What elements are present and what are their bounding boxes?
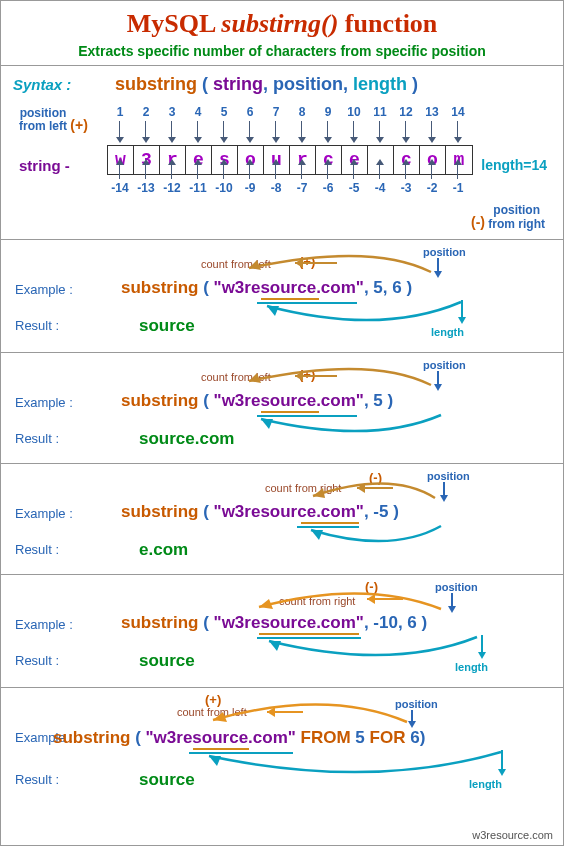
result-label: Result : [15, 431, 59, 446]
bottom-index: -11 [185, 181, 211, 195]
syntax-expression: substring ( string, position, length ) [115, 74, 418, 94]
top-index: 5 [211, 105, 237, 119]
example-label: Example : [15, 617, 73, 632]
underline-blue [257, 415, 357, 417]
svg-marker-23 [367, 594, 375, 604]
example-expression: substring ( "w3resource.com", -5 ) [121, 502, 399, 522]
arrow-down-icon [445, 591, 459, 615]
arrow-down-icon [455, 298, 469, 326]
position-label: position [423, 246, 466, 258]
result-value: source [139, 770, 195, 790]
position-label: position [427, 470, 470, 482]
svg-marker-5 [434, 271, 442, 278]
bottom-index: -6 [315, 181, 341, 195]
top-index: 12 [393, 105, 419, 119]
syntax-section: Syntax : substring ( string, position, l… [1, 66, 563, 239]
count-right-label: count from right [265, 482, 341, 494]
svg-marker-20 [259, 599, 273, 609]
example-2: count from left (+) position Example : R… [1, 353, 563, 463]
plus-sign: (+) [299, 254, 315, 269]
result-label: Result : [15, 542, 59, 557]
bottom-index: -5 [341, 181, 367, 195]
example-3: count from right (-) position Example : … [1, 464, 563, 574]
example-label: Example : [15, 395, 73, 410]
plus-sign: (+) [205, 692, 221, 707]
count-left-label: count from left [201, 371, 271, 383]
underline-orange [259, 633, 359, 635]
count-right-label: count from right [279, 595, 355, 607]
string-diagram: position from left (+) string - length=1… [13, 101, 551, 231]
page-title: MySQL substirng() function [1, 1, 563, 39]
position-label: position [435, 581, 478, 593]
underline-orange [261, 411, 319, 413]
result-value: source.com [139, 429, 234, 449]
top-index: 13 [419, 105, 445, 119]
underline-blue [257, 302, 357, 304]
result-value: source [139, 316, 195, 336]
bottom-index: -12 [159, 181, 185, 195]
svg-marker-33 [408, 721, 416, 728]
arrow-down-icon [437, 480, 451, 504]
arrow-down-icon [431, 256, 445, 280]
bottom-index: -10 [211, 181, 237, 195]
svg-marker-1 [267, 306, 279, 316]
result-value: e.com [139, 540, 188, 560]
top-index: 4 [185, 105, 211, 119]
svg-marker-31 [267, 707, 275, 717]
underline-blue [297, 526, 359, 528]
svg-marker-27 [478, 652, 486, 659]
result-label: Result : [15, 772, 59, 787]
pos-from-right-label: (-) position from right [471, 204, 545, 231]
length-label-small: length [431, 326, 464, 338]
title-part2: substirng() [221, 9, 338, 38]
svg-marker-17 [357, 483, 365, 493]
plus-sign: (+) [299, 367, 315, 382]
svg-marker-15 [311, 530, 323, 540]
example-4: count from right (-) position length Exa… [1, 575, 563, 687]
minus-sign: (-) [365, 579, 378, 594]
result-value: source [139, 651, 195, 671]
bottom-index: -14 [107, 181, 133, 195]
bottom-index: -4 [367, 181, 393, 195]
title-part1: MySQL [127, 9, 222, 38]
bottom-index: -13 [133, 181, 159, 195]
example-5: count from left (+) position length Exam… [1, 688, 563, 816]
example-label: Example : [15, 506, 73, 521]
example-expression: substring ( "w3resource.com", -10, 6 ) [121, 613, 427, 633]
top-index: 2 [133, 105, 159, 119]
example-label: Example : [15, 282, 73, 297]
underline-blue [189, 752, 293, 754]
bottom-index: -8 [263, 181, 289, 195]
position-label: position [395, 698, 438, 710]
top-index: 6 [237, 105, 263, 119]
arrow-down-icon [475, 633, 489, 661]
length-label: length=14 [481, 157, 547, 173]
count-left-label: count from left [177, 706, 247, 718]
bottom-index: -3 [393, 181, 419, 195]
example-expression: substring ( "w3resource.com", 5 ) [121, 391, 393, 411]
result-label: Result : [15, 653, 59, 668]
position-label: position [423, 359, 466, 371]
arrow-left-icon [287, 254, 347, 272]
bottom-index: -9 [237, 181, 263, 195]
arrow-down-icon [431, 369, 445, 393]
underline-blue [257, 637, 361, 639]
char-grid: w3resource.com [107, 145, 473, 175]
footer-credit: w3resource.com [472, 829, 553, 841]
svg-marker-35 [498, 769, 506, 776]
top-index: 8 [289, 105, 315, 119]
bottom-index-row: -14-13-12-11-10-9-8-7-6-5-4-3-2-1 [107, 181, 471, 195]
pos-from-left-label: position from left (+) [19, 107, 88, 134]
top-index: 11 [367, 105, 393, 119]
underline-orange [193, 748, 249, 750]
length-label-small: length [469, 778, 502, 790]
top-index: 3 [159, 105, 185, 119]
top-index: 10 [341, 105, 367, 119]
title-part3: function [338, 9, 437, 38]
example-1: count from left (+) position length Exam… [1, 240, 563, 352]
svg-marker-13 [434, 384, 442, 391]
syntax-label: Syntax : [13, 76, 71, 93]
svg-marker-19 [440, 495, 448, 502]
arrow-down-icon [405, 708, 419, 730]
result-label: Result : [15, 318, 59, 333]
